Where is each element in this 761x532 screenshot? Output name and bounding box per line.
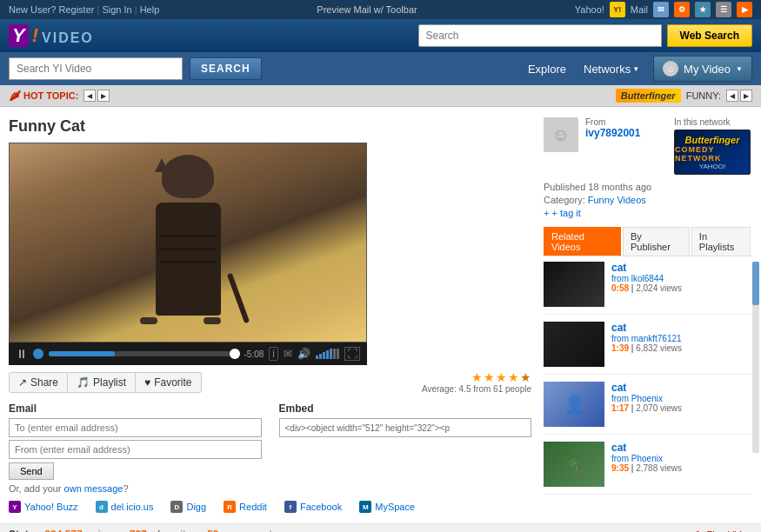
share-tab[interactable]: ↗ Share: [9, 372, 68, 393]
mail-link[interactable]: Mail: [631, 4, 648, 15]
hot-topic-left: 🌶 HOT TOPIC: ◀ ▶: [9, 89, 110, 103]
volume-bar[interactable]: [316, 349, 339, 359]
related-views-1: 6,832 views: [636, 343, 682, 353]
own-message-link[interactable]: own message: [64, 483, 123, 494]
network-box: In this network Butterfinger COMEDY NETW…: [674, 117, 752, 175]
top-bar: New User? Register | Sign In | Help Prev…: [0, 0, 761, 19]
right-column: ☺ From ivy7892001 In this network Butter…: [544, 117, 752, 513]
top-bar-left: New User? Register | Sign In | Help: [9, 4, 159, 15]
tag-it-link[interactable]: + tag it: [544, 208, 752, 218]
funny-next-arrow[interactable]: ▶: [740, 90, 752, 102]
related-thumb-2[interactable]: 👤: [544, 382, 604, 427]
hot-topic-prev-arrow[interactable]: ◀: [83, 90, 96, 102]
comedy-network-text: COMEDY NETWORK: [675, 145, 750, 163]
fullscreen-icon[interactable]: ⛶: [344, 347, 360, 361]
new-user-link[interactable]: New User? Register: [9, 4, 94, 15]
in-playlists-tab[interactable]: In Playlists: [691, 227, 751, 256]
yahoo-buzz-link[interactable]: Y Yahoo! Buzz: [9, 501, 78, 513]
related-thumb-0[interactable]: [544, 262, 604, 307]
video-player[interactable]: [9, 143, 367, 342]
yahoo-link[interactable]: Yahoo!: [575, 4, 604, 15]
video-title: Funny Cat: [9, 117, 531, 136]
cat-stripe-1: [160, 235, 217, 237]
mail-icon: ✉: [653, 2, 669, 17]
embed-section: Embed: [279, 402, 532, 494]
digg-link[interactable]: D Digg: [170, 501, 206, 513]
favorite-tab[interactable]: ♥ Favorite: [136, 372, 201, 393]
star-1[interactable]: ★: [471, 370, 483, 384]
flag-video-button[interactable]: ⚑ Flag Video: [695, 529, 752, 533]
toolbar-icon-2: ★: [695, 2, 711, 17]
email-from-input[interactable]: [9, 440, 262, 459]
network-image[interactable]: Butterfinger COMEDY NETWORK YAHOO!: [674, 130, 751, 175]
related-from-link-1[interactable]: from mankft76121: [611, 334, 682, 343]
star-3[interactable]: ★: [496, 370, 507, 384]
related-from-link-0[interactable]: from lkol6844: [611, 274, 664, 283]
cat-stripe-2: [160, 248, 217, 250]
related-title-1[interactable]: cat: [611, 322, 682, 334]
funny-prev-arrow[interactable]: ◀: [726, 90, 738, 102]
delicious-icon: d: [96, 501, 108, 513]
header-search-input[interactable]: [418, 24, 662, 47]
related-views-3: 2,788 views: [636, 463, 682, 473]
share-embed-section: Email Send Or, add your own message? Emb…: [9, 402, 531, 494]
related-tabs: Related Videos By Publisher In Playlists: [544, 227, 752, 256]
related-from-link-2[interactable]: from Phoenix: [611, 394, 663, 403]
embed-code-input[interactable]: [279, 418, 532, 437]
email-to-input[interactable]: [9, 418, 262, 437]
delicious-link[interactable]: d del.icio.us: [96, 501, 154, 513]
facebook-link[interactable]: f Facebook: [284, 501, 342, 513]
related-duration-3: 9:35: [611, 463, 629, 473]
username[interactable]: ivy7892001: [585, 127, 640, 139]
info-icon[interactable]: i: [269, 347, 278, 361]
category-link[interactable]: Funny Videos: [588, 195, 646, 205]
myspace-icon: M: [359, 501, 371, 513]
progress-handle-start[interactable]: [33, 349, 43, 359]
nav-explore[interactable]: Explore: [524, 56, 570, 83]
hot-topic-next-arrow[interactable]: ▶: [97, 90, 110, 102]
star-4[interactable]: ★: [508, 370, 519, 384]
sign-in-link[interactable]: Sign In: [102, 4, 131, 15]
send-button[interactable]: Send: [9, 462, 54, 480]
related-thumb-1[interactable]: [544, 322, 604, 367]
by-publisher-tab[interactable]: By Publisher: [623, 227, 690, 256]
favorite-icon: ♥: [144, 376, 150, 389]
facebook-icon: f: [284, 501, 297, 513]
nav-search-button[interactable]: SEARCH: [190, 57, 262, 80]
cat-paw-right: [204, 317, 221, 324]
stats-bar: Stats 834,577 views 737 favorites 59 com…: [0, 523, 761, 532]
star-5-half[interactable]: ★: [520, 370, 531, 384]
email-icon[interactable]: ✉: [284, 348, 292, 360]
volume-icon[interactable]: 🔊: [297, 348, 310, 360]
logo: Y ! VIDEO: [9, 24, 94, 47]
left-column: Funny Cat ⏸: [9, 117, 531, 513]
related-title-3[interactable]: cat: [611, 442, 682, 454]
nav-my-video-button[interactable]: ☺ My Video ▼: [653, 56, 752, 82]
nav-bar: SEARCH Explore Networks ▼ ☺ My Video ▼: [0, 52, 761, 85]
reddit-link[interactable]: R Reddit: [224, 501, 267, 513]
hot-topic-arrows: ◀ ▶: [83, 90, 110, 102]
star-2[interactable]: ★: [484, 370, 495, 384]
progress-bar[interactable]: [49, 351, 239, 356]
related-title-0[interactable]: cat: [611, 262, 682, 274]
scrollbar[interactable]: [752, 262, 759, 453]
nav-networks[interactable]: Networks ▼: [584, 63, 639, 76]
scrollbar-thumb[interactable]: [752, 262, 759, 305]
related-video-0: cat from lkol6844 0:58 | 2,024 views: [544, 262, 752, 315]
nav-search-area: SEARCH: [9, 57, 262, 80]
own-message-text: Or, add your own message?: [9, 483, 262, 494]
related-from-link-3[interactable]: from Phoenix: [611, 454, 663, 463]
related-title-2[interactable]: cat: [611, 382, 682, 394]
related-videos-tab[interactable]: Related Videos: [544, 227, 621, 256]
play-pause-button[interactable]: ⏸: [16, 347, 28, 361]
related-duration-views-1: 1:39 | 6,832 views: [611, 343, 682, 353]
related-info-1: cat from mankft76121 1:39 | 6,832 views: [611, 322, 682, 367]
related-from-3: from Phoenix: [611, 454, 682, 463]
playlist-tab[interactable]: 🎵 Playlist: [68, 372, 136, 393]
myspace-link[interactable]: M MySpace: [359, 501, 415, 513]
nav-search-input[interactable]: [9, 57, 183, 80]
help-link[interactable]: Help: [140, 4, 160, 15]
related-thumb-3[interactable]: 🌴: [544, 442, 604, 487]
header-search-button[interactable]: Web Search: [667, 24, 752, 47]
star-rating[interactable]: ★ ★ ★ ★ ★: [422, 370, 531, 384]
